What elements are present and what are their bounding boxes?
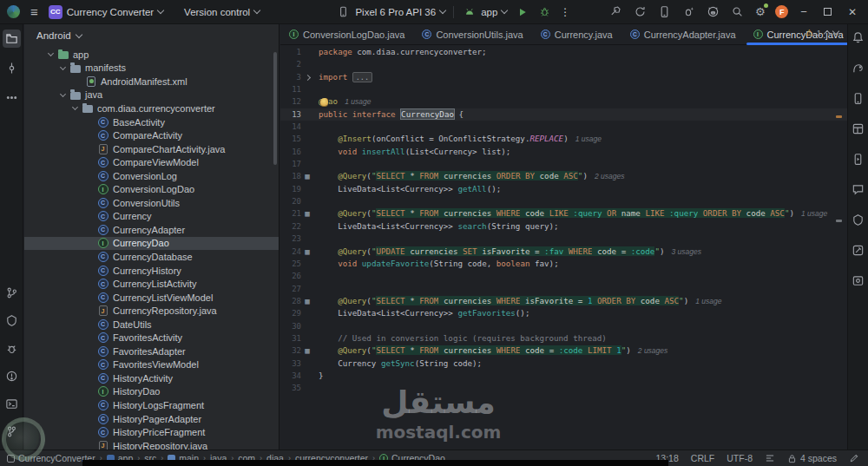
build-icon[interactable] [608, 4, 623, 19]
attach-debugger-icon[interactable] [681, 4, 696, 19]
tree-item-baseactivity[interactable]: CBaseActivity [24, 115, 279, 129]
settings-icon[interactable]: ⚙ [753, 4, 767, 19]
intention-bulb-icon[interactable] [320, 98, 328, 106]
tree-item-compareviewmodel[interactable]: CCompareViewModel [24, 155, 279, 169]
file-encoding[interactable]: UTF-8 [727, 453, 753, 463]
version-control-menu[interactable]: Version control [184, 7, 260, 17]
git-branch-icon[interactable] [3, 423, 21, 441]
tab-conversionlogdao-java[interactable]: IConversionLogDao.java [280, 24, 413, 44]
run-button[interactable] [515, 4, 529, 19]
minimize-button[interactable]: − [796, 5, 812, 18]
device-explorer-icon[interactable] [849, 272, 867, 290]
terminal-icon[interactable] [3, 395, 21, 413]
indent-style-icon[interactable] [765, 453, 775, 463]
debug-button[interactable] [537, 4, 552, 19]
tree-item-conversionlog[interactable]: CConversionLog [24, 169, 279, 183]
tree-item-currencyadapter[interactable]: CCurrencyAdapter [24, 223, 279, 237]
main-menu-icon[interactable]: ≡ [29, 4, 40, 19]
tree-item-comparechartactivity-java[interactable]: JCompareChartActivity.java [24, 142, 279, 156]
line-separator[interactable]: CRLF [691, 453, 714, 463]
device-manager-icon[interactable] [657, 4, 672, 19]
sync-gradle-icon[interactable] [633, 4, 648, 19]
vcs-icon[interactable] [3, 284, 21, 302]
tree-item-currencydatabase[interactable]: CCurrencyDatabase [24, 250, 279, 264]
profiler-icon[interactable] [706, 4, 720, 19]
project-view-selector[interactable]: Android [24, 24, 279, 47]
usages-hint[interactable]: 3 usages [671, 247, 701, 256]
close-button[interactable]: ✕ [844, 6, 861, 18]
tree-item-androidmanifest-xml[interactable]: AndroidManifest.xml [24, 75, 279, 89]
tree-item-historyrepository-java[interactable]: JHistoryRepository.java [24, 439, 279, 450]
tree-item-favoritesviewmodel[interactable]: CFavoritesViewModel [24, 358, 279, 372]
build-variants-icon[interactable] [849, 211, 867, 229]
device-manager-icon[interactable] [849, 89, 867, 108]
tree-item-dateutils[interactable]: CDateUtils [24, 318, 279, 331]
gradle-icon[interactable] [849, 59, 867, 77]
more-tools-icon[interactable] [3, 89, 21, 107]
tree-item-manifests[interactable]: manifests [24, 62, 279, 75]
tab-currency-java[interactable]: CCurrency.java [532, 24, 621, 44]
tree-item-app[interactable]: app [24, 48, 279, 62]
tree-item-currencyhistory[interactable]: CCurrencyHistory [24, 264, 279, 278]
fold-region-icon[interactable] [301, 71, 313, 83]
tree-item-currency[interactable]: CCurrency [24, 210, 279, 224]
search-everywhere-icon[interactable] [730, 4, 745, 19]
write-access-icon[interactable] [849, 453, 859, 463]
tree-item-currencylistviewmodel[interactable]: CCurrencyListViewModel [24, 291, 279, 305]
expand-chevron-icon[interactable] [60, 64, 66, 70]
tree-item-compareactivity[interactable]: CCompareActivity [24, 128, 279, 142]
tree-item-historydao[interactable]: IHistoryDao [24, 385, 279, 399]
usages-hint[interactable]: 1 usage [695, 297, 721, 305]
tree-item-historyactivity[interactable]: CHistoryActivity [24, 371, 279, 385]
run-configuration-selector[interactable]: app [462, 4, 507, 19]
indent-setting[interactable]: 4 spaces [787, 453, 837, 463]
user-avatar[interactable]: F [775, 5, 788, 18]
usages-hint[interactable]: 1 usage [345, 97, 371, 106]
tree-item-currencylistactivity[interactable]: CCurrencyListActivity [24, 277, 279, 291]
project-selector[interactable]: CC Currency Converter [49, 5, 163, 19]
more-run-options-icon[interactable]: ⋮ [560, 6, 570, 18]
run-query-gutter-icon[interactable]: ▦ [301, 170, 313, 182]
app-inspection-icon[interactable] [849, 241, 867, 259]
run-query-gutter-icon[interactable]: ▦ [301, 246, 313, 258]
tree-item-com-diaa-currencyconverter[interactable]: com.diaa.currencyconverter [24, 102, 279, 115]
tree-item-favoritesadapter[interactable]: CFavoritesAdapter [24, 345, 279, 358]
usages-hint[interactable]: 1 usage [575, 135, 602, 143]
layout-inspector-icon[interactable] [849, 120, 867, 138]
run-query-gutter-icon[interactable]: ▦ [301, 345, 313, 357]
tree-item-java[interactable]: java [24, 89, 279, 102]
expand-chevron-icon[interactable] [60, 91, 66, 97]
expand-chevron-icon[interactable] [48, 50, 54, 56]
code-editor[interactable]: 1package com.diaa.currencyconverter;23im… [280, 46, 847, 450]
tree-item-conversionutils[interactable]: CConversionUtils [24, 196, 279, 210]
prev-issue-icon[interactable] [824, 30, 831, 36]
usages-hint[interactable]: 2 usages [638, 346, 668, 355]
problems-icon[interactable] [3, 367, 21, 385]
inspections-widget[interactable]: ⚠ 1 [806, 28, 838, 37]
tab-conversionutils-java[interactable]: CConversionUtils.java [413, 24, 531, 44]
running-devices-icon[interactable] [849, 150, 867, 168]
tree-item-historypricefragment[interactable]: CHistoryPriceFragment [24, 425, 279, 439]
tree-item-conversionlogdao[interactable]: IConversionLogDao [24, 182, 279, 196]
tab-currencyadapter-java[interactable]: CCurrencyAdapter.java [621, 24, 745, 44]
expand-chevron-icon[interactable] [72, 104, 78, 110]
logcat-icon[interactable] [3, 339, 21, 358]
run-query-gutter-icon[interactable]: ▦ [301, 295, 313, 307]
project-tool-icon[interactable] [3, 30, 21, 48]
commit-tool-icon[interactable] [3, 59, 21, 77]
next-issue-icon[interactable] [832, 28, 839, 35]
build-variants-icon[interactable] [3, 312, 21, 330]
project-tree-scrollbar[interactable] [273, 52, 277, 165]
tree-item-historypageradapter[interactable]: CHistoryPagerAdapter [24, 412, 279, 426]
maximize-button[interactable] [824, 8, 832, 16]
device-selector[interactable]: Pixel 6 Pro API 36 [336, 4, 445, 19]
usages-hint[interactable]: 1 usage [801, 209, 827, 218]
notifications-icon[interactable] [849, 29, 867, 47]
tree-item-favoritesactivity[interactable]: CFavoritesActivity [24, 331, 279, 345]
app-quality-insights-icon[interactable] [849, 180, 867, 199]
tree-item-currencydao[interactable]: ICurrencyDao [24, 237, 279, 251]
tree-item-currencyrepository-java[interactable]: JCurrencyRepository.java [24, 304, 279, 318]
run-query-gutter-icon[interactable]: ▦ [301, 207, 313, 220]
usages-hint[interactable]: 2 usages [595, 172, 625, 180]
tree-item-historylogsfragment[interactable]: CHistoryLogsFragment [24, 398, 279, 412]
